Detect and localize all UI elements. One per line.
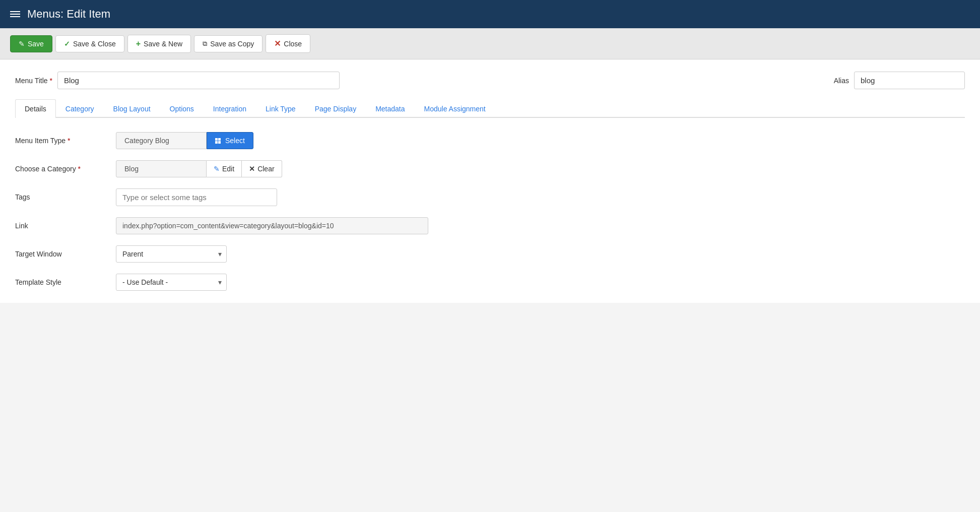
template-style-control: - Use Default - Beez3 - Default Protosta… [116,274,227,291]
template-style-row: Template Style - Use Default - Beez3 - D… [15,274,965,291]
choose-category-label: Choose a Category * [15,160,106,173]
template-style-wrapper: - Use Default - Beez3 - Default Protosta… [116,274,227,291]
menu-item-type-label: Menu Item Type * [15,132,106,145]
times-icon: ✕ [249,165,255,173]
link-value: index.php?option=com_content&view=catego… [116,217,428,234]
edit-icon: ✎ [214,165,220,173]
tags-row: Tags [15,188,965,206]
grid-icon [215,138,222,144]
close-button[interactable]: ✕ Close [266,34,310,53]
link-row: Link index.php?option=com_content&view=c… [15,217,965,234]
form-header: Menu Title Alias [15,72,965,89]
alias-group: Alias [834,72,965,89]
tab-integration[interactable]: Integration [204,99,256,118]
choose-category-row: Choose a Category * Blog ✎ Edit ✕ Clear [15,160,965,177]
main-content: Menu Title Alias Details Category Blog L… [0,59,980,303]
target-window-label: Target Window [15,245,106,258]
save-new-button[interactable]: + Save & New [127,35,191,53]
tab-details[interactable]: Details [15,99,56,118]
save-icon: ✎ [19,40,25,48]
category-value: Blog [116,160,207,177]
tab-bar: Details Category Blog Layout Options Int… [15,99,965,118]
menu-item-type-value: Category Blog [116,132,207,149]
save-button[interactable]: ✎ Save [10,35,52,52]
menu-title-label: Menu Title [15,77,52,85]
tags-input[interactable] [116,188,277,206]
menu-title-group: Menu Title [15,72,340,89]
template-style-select[interactable]: - Use Default - Beez3 - Default Protosta… [116,274,227,291]
edit-category-button[interactable]: ✎ Edit [207,160,242,177]
clear-category-button[interactable]: ✕ Clear [242,160,282,177]
tab-metadata[interactable]: Metadata [366,99,414,118]
sidebar-toggle-icon[interactable] [10,11,20,17]
target-window-select[interactable]: Parent New Window Modal [116,245,227,263]
menu-item-type-control: Category Blog Select [116,132,253,149]
menu-item-type-row: Menu Item Type * Category Blog Select [15,132,965,149]
select-type-button[interactable]: Select [207,132,253,149]
menu-title-input[interactable] [57,72,340,89]
plus-icon: + [136,39,141,48]
toolbar: ✎ Save ✓ Save & Close + Save & New ⧉ Sav… [0,28,980,59]
tab-page-display[interactable]: Page Display [305,99,366,118]
tab-category[interactable]: Category [56,99,104,118]
target-window-wrapper: Parent New Window Modal ▾ [116,245,227,263]
alias-label: Alias [834,77,849,85]
checkmark-icon: ✓ [64,40,70,48]
tab-blog-layout[interactable]: Blog Layout [104,99,160,118]
template-style-label: Template Style [15,274,106,286]
details-form: Menu Item Type * Category Blog Select [15,132,965,291]
tags-label: Tags [15,188,106,201]
target-window-row: Target Window Parent New Window Modal ▾ [15,245,965,263]
app-header: Menus: Edit Item [0,0,980,28]
save-close-button[interactable]: ✓ Save & Close [55,35,124,52]
copy-icon: ⧉ [203,40,207,48]
page-title: Menus: Edit Item [27,8,110,21]
x-icon: ✕ [274,39,281,48]
choose-category-control: Blog ✎ Edit ✕ Clear [116,160,282,177]
tags-control [116,188,277,206]
tab-link-type[interactable]: Link Type [256,99,305,118]
tab-module-assignment[interactable]: Module Assignment [415,99,495,118]
link-label: Link [15,217,106,230]
target-window-control: Parent New Window Modal ▾ [116,245,227,263]
tab-options[interactable]: Options [160,99,204,118]
alias-input[interactable] [854,72,965,89]
save-copy-button[interactable]: ⧉ Save as Copy [194,35,263,52]
link-control: index.php?option=com_content&view=catego… [116,217,428,234]
